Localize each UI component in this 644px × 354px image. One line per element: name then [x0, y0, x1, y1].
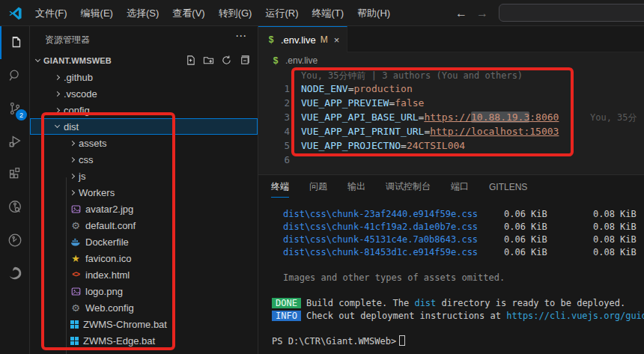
chevron-right-icon [70, 156, 75, 162]
code-line-4: 4 VUE_APP_API_PRINT_URL=http://localhost… [258, 124, 644, 138]
tab-ports[interactable]: 端口 [451, 176, 469, 197]
gear-file-icon: ⚙ [70, 220, 81, 231]
tab-gitlens[interactable]: GITLENS [489, 177, 527, 196]
code-line-1: 1 NODE_ENV=production [258, 82, 644, 96]
tree-item-js[interactable]: js [30, 168, 258, 184]
explorer-icon[interactable] [0, 26, 30, 59]
title-bar: 文件(F) 编辑(E) 选择(S) 查看(V) 转到(G) 运行(R) 终端(T… [0, 0, 644, 26]
chevron-right-icon [55, 91, 60, 96]
env-file-icon: $ [266, 34, 276, 45]
chevron-right-icon [55, 107, 60, 112]
menu-run[interactable]: 运行(R) [258, 4, 305, 22]
line-number: 5 [267, 140, 290, 151]
tree-item-label: ZWMS-Edge.bat [83, 335, 155, 347]
tree-item-dockerfile[interactable]: Dockerfile [30, 234, 258, 250]
terminal-prompt[interactable]: PS D:\CTR\Giant.WMSWeb> [272, 335, 644, 348]
back-arrow-icon[interactable]: ← [455, 7, 467, 19]
terminal-output[interactable]: dist\css\chunk-23af2440.e914f59e.css0.06… [258, 198, 644, 354]
deployment-link[interactable]: https://cli.vuejs.org/guide [506, 311, 644, 321]
menu-go[interactable]: 转到(G) [212, 4, 259, 22]
source-control-icon[interactable]: 2 [0, 92, 30, 125]
activity-bar: 2 [0, 26, 30, 354]
new-file-icon[interactable] [185, 55, 196, 66]
explorer-title: 资源管理器 [45, 34, 90, 46]
chevron-right-icon [70, 140, 75, 145]
menu-bar: 文件(F) 编辑(E) 选择(S) 查看(V) 转到(G) 运行(R) 终端(T… [28, 0, 397, 26]
tab-debug-console[interactable]: 调试控制台 [386, 176, 431, 197]
editor-group: $ .env.live M × $ .env.live You, 35分钟前 |… [258, 26, 644, 354]
tab-problems[interactable]: 问题 [309, 176, 327, 197]
panel-tab-bar: 终端 问题 输出 调试控制台 端口 GITLENS [258, 175, 644, 198]
tree-item-label: .github [64, 72, 93, 83]
project-name: GIANT.WMSWEB [43, 56, 112, 65]
gitlens-inline-blame: You, 35分 [590, 112, 637, 124]
more-actions-icon[interactable]: ⋯ [235, 29, 247, 43]
menu-help[interactable]: 帮助(H) [350, 4, 397, 22]
tree-item-vscode[interactable]: .vscode [30, 85, 258, 102]
tree-item-dist[interactable]: dist [30, 118, 258, 135]
bottom-panel: 终端 问题 输出 调试控制台 端口 GITLENS dist\css\chunk… [258, 174, 644, 354]
line-number: 1 [267, 83, 290, 94]
tree-item-css[interactable]: css [30, 151, 258, 168]
vscode-logo-icon [8, 6, 22, 20]
command-center-searchbox[interactable] [499, 4, 644, 22]
new-folder-icon[interactable] [203, 55, 214, 66]
tab-output[interactable]: 输出 [347, 176, 365, 197]
explorer-sidebar: 资源管理器 ⋯ GIANT.WMSWEB .github .vscode con… [30, 26, 258, 354]
terminal-file-row: dist\css\chunk-41cf19a2.da1e0b7e.css0.06… [272, 221, 644, 234]
menu-view[interactable]: 查看(V) [165, 4, 211, 22]
breadcrumb[interactable]: $ .env.live [258, 52, 644, 69]
docker-file-icon [70, 236, 81, 247]
code-editor[interactable]: You, 35分钟前 | 3 authors (You and others) … [258, 69, 644, 174]
tree-item-index-html[interactable]: <> index.html [30, 266, 258, 283]
collapse-all-icon[interactable] [239, 55, 250, 66]
tree-item-web-config[interactable]: ⚙ Web.config [30, 299, 258, 316]
tab-title: .env.live [281, 34, 316, 46]
editor-tab-bar: $ .env.live M × [258, 26, 644, 52]
refresh-icon[interactable] [221, 55, 232, 66]
close-tab-icon[interactable]: × [334, 34, 340, 46]
forward-arrow-icon[interactable]: → [476, 7, 488, 19]
tab-terminal[interactable]: 终端 [271, 176, 289, 198]
modified-line-marker [292, 140, 294, 151]
tree-item-default-conf[interactable]: ⚙ default.conf [30, 217, 258, 234]
tree-item-assets[interactable]: assets [30, 135, 258, 151]
tree-item-avatar2-jpg[interactable]: avatar2.jpg [30, 201, 258, 217]
edge-browser-icon[interactable] [0, 257, 30, 290]
tab-env-live[interactable]: $ .env.live M × [258, 26, 347, 52]
tree-item-zwms-edge-bat[interactable]: ZWMS-Edge.bat [30, 332, 258, 349]
tree-item-config[interactable]: config [30, 102, 258, 118]
windows-file-icon [70, 337, 79, 345]
gitlens-icon[interactable] [0, 191, 30, 224]
tree-item-label: css [79, 154, 94, 165]
tree-item-label: default.conf [85, 220, 136, 231]
chevron-right-icon [70, 189, 75, 195]
project-section-header[interactable]: GIANT.WMSWEB [30, 52, 258, 69]
scm-badge: 2 [16, 109, 27, 120]
menu-file[interactable]: 文件(F) [28, 4, 74, 22]
tree-item-label: Dockerfile [85, 236, 129, 248]
terminal-file-row: dist\css\chunk-81453d1c.e914f59e.css0.06… [272, 246, 644, 259]
search-icon[interactable] [0, 59, 30, 92]
windows-file-icon [70, 320, 79, 329]
html-file-icon: <> [70, 269, 81, 280]
tree-item-label: favicon.ico [85, 253, 131, 264]
menu-edit[interactable]: 编辑(E) [74, 4, 120, 22]
chevron-down-icon [55, 123, 60, 128]
extensions-icon[interactable] [0, 158, 30, 191]
modified-line-marker [292, 112, 294, 123]
tree-item-label: Workers [79, 187, 115, 198]
tree-item-zwms-chrome-bat[interactable]: ZWMS-Chrome.bat [30, 316, 258, 332]
tree-item-label: assets [79, 138, 107, 149]
tree-item-workers[interactable]: Workers [30, 184, 258, 201]
code-line-5: 5 VUE_APP_PROJECTNO=24CTSIL004 [258, 138, 644, 153]
tree-item-logo-png[interactable]: logo.png [30, 283, 258, 299]
tree-item-github[interactable]: .github [30, 69, 258, 85]
image-file-icon [70, 286, 81, 296]
line-number: 6 [267, 154, 290, 165]
menu-terminal[interactable]: 终端(T) [305, 4, 350, 22]
run-debug-icon[interactable] [0, 125, 30, 158]
tree-item-favicon-ico[interactable]: ★ favicon.ico [30, 250, 258, 266]
gitlens-inspect-icon[interactable] [0, 224, 30, 257]
menu-selection[interactable]: 选择(S) [120, 4, 165, 22]
